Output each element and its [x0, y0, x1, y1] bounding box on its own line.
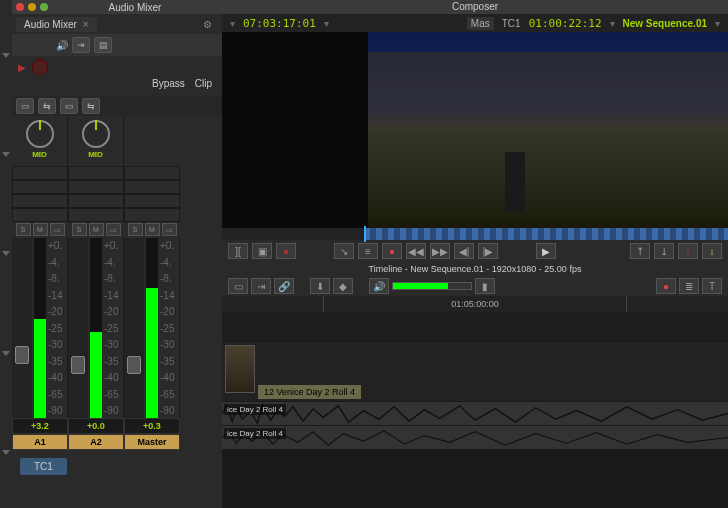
lift-icon[interactable]: ⤓	[654, 243, 674, 259]
insert-slot[interactable]	[124, 166, 180, 180]
step-fwd-icon[interactable]: |▶	[478, 243, 498, 259]
link-icon[interactable]: ⇥	[72, 37, 90, 53]
insert-slot[interactable]	[68, 166, 124, 180]
mode-button[interactable]: ▭	[106, 223, 121, 236]
waveform[interactable]: ice Day 2 Roll 4	[222, 402, 728, 425]
marker-icon[interactable]: ●	[276, 243, 296, 259]
channel-name[interactable]: A1	[12, 434, 68, 450]
close-tab-icon[interactable]: ×	[83, 19, 89, 30]
zoom-icon[interactable]	[40, 3, 48, 11]
effect-arrows-icon[interactable]: ⇆	[82, 98, 100, 114]
mark-in-icon[interactable]: ][	[228, 243, 248, 259]
keyframe-icon[interactable]: ◆	[333, 278, 353, 294]
meter-icon[interactable]: ▮	[475, 278, 495, 294]
effect-arrows-icon[interactable]: ⇆	[38, 98, 56, 114]
record-arrow-icon[interactable]: ▶	[18, 62, 26, 73]
minimize-icon[interactable]	[28, 3, 36, 11]
marker-icon[interactable]: ●	[656, 278, 676, 294]
gear-icon[interactable]: ⚙	[203, 19, 212, 30]
text-tool-icon[interactable]: T	[702, 278, 722, 294]
video-track[interactable]: 12 Venice Day 2 Roll 4	[222, 342, 728, 402]
extract-icon[interactable]: ⤒	[630, 243, 650, 259]
fader-value[interactable]: +0.3	[124, 418, 180, 434]
dropdown-icon[interactable]: ▾	[610, 18, 615, 29]
expand-toggle-icon[interactable]	[2, 152, 10, 157]
channel-name[interactable]: Master	[124, 434, 180, 450]
fader-handle[interactable]	[71, 356, 85, 374]
source-monitor[interactable]	[222, 32, 368, 228]
fader-handle[interactable]	[127, 356, 141, 374]
clip-button[interactable]: Clip	[195, 78, 212, 96]
fader-track[interactable]	[68, 238, 88, 418]
mode-button[interactable]: ▭	[50, 223, 65, 236]
insert-slot[interactable]	[124, 208, 180, 222]
speaker-icon[interactable]: 🔊	[369, 278, 389, 294]
dropdown-icon[interactable]: ▾	[324, 18, 329, 29]
insert-slot[interactable]	[68, 180, 124, 194]
master-label[interactable]: Mas	[467, 17, 494, 30]
speaker-icon[interactable]: 🔊	[56, 40, 68, 51]
link-icon[interactable]: 🔗	[274, 278, 294, 294]
fader-track[interactable]	[124, 238, 144, 418]
playhead-icon[interactable]	[364, 226, 366, 242]
position-bar[interactable]	[222, 228, 728, 240]
timeline-ruler[interactable]: 01:05:00:00	[222, 296, 728, 312]
insert-slot[interactable]	[124, 194, 180, 208]
close-icon[interactable]	[16, 3, 24, 11]
track-filler[interactable]	[222, 312, 728, 342]
mute-button[interactable]: M	[145, 223, 160, 236]
sequence-name[interactable]: New Sequence.01	[623, 18, 707, 29]
fader-handle[interactable]	[15, 346, 29, 364]
view-icon[interactable]: ▤	[94, 37, 112, 53]
effect-slot-icon[interactable]: ▭	[60, 98, 78, 114]
effect-mode-icon[interactable]: ⬇	[310, 278, 330, 294]
insert-slot[interactable]	[68, 194, 124, 208]
dropdown-icon[interactable]: ▾	[230, 18, 235, 29]
segment-mode-icon[interactable]: ▭	[228, 278, 248, 294]
waveform[interactable]: ice Day 2 Roll 4	[222, 426, 728, 449]
list-icon[interactable]: ≡	[358, 243, 378, 259]
rewind-icon[interactable]: ◀◀	[406, 243, 426, 259]
clear-marks-icon[interactable]: ▣	[252, 243, 272, 259]
pan-knob[interactable]	[82, 120, 110, 148]
insert-slot[interactable]	[124, 180, 180, 194]
mute-button[interactable]: M	[89, 223, 104, 236]
insert-slot[interactable]	[68, 208, 124, 222]
record-icon[interactable]: ●	[382, 243, 402, 259]
insert-slot[interactable]	[12, 194, 68, 208]
expand-toggle-icon[interactable]	[2, 53, 10, 58]
solo-button[interactable]: S	[72, 223, 87, 236]
bypass-button[interactable]: Bypass	[152, 78, 185, 96]
expand-toggle-icon[interactable]	[2, 351, 10, 356]
splice-icon[interactable]: ↓	[702, 243, 722, 259]
step-back-icon[interactable]: ◀|	[454, 243, 474, 259]
mute-button[interactable]: M	[33, 223, 48, 236]
record-button[interactable]	[32, 59, 48, 75]
play-icon[interactable]: ▶	[536, 243, 556, 259]
expand-toggle-icon[interactable]	[2, 251, 10, 256]
video-clip-thumb[interactable]	[225, 345, 255, 393]
overwrite-icon[interactable]: ↓	[678, 243, 698, 259]
channel-name[interactable]: A2	[68, 434, 124, 450]
solo-button[interactable]: S	[128, 223, 143, 236]
effect-slot-icon[interactable]: ▭	[16, 98, 34, 114]
fader-value[interactable]: +3.2	[12, 418, 68, 434]
fader-value[interactable]: +0.0	[68, 418, 124, 434]
expand-toggle-icon[interactable]	[2, 450, 10, 455]
record-monitor[interactable]	[368, 32, 728, 228]
mode-button[interactable]: ▭	[162, 223, 177, 236]
go-start-icon[interactable]: ↘	[334, 243, 354, 259]
pan-knob[interactable]	[26, 120, 54, 148]
solo-button[interactable]: S	[16, 223, 31, 236]
forward-icon[interactable]: ▶▶	[430, 243, 450, 259]
audio-track-2[interactable]: ice Day 2 Roll 4	[222, 426, 728, 450]
tc-track-chip[interactable]: TC1	[20, 458, 67, 475]
volume-slider[interactable]	[392, 282, 472, 290]
insert-slot[interactable]	[12, 166, 68, 180]
insert-slot[interactable]	[12, 180, 68, 194]
view-menu-icon[interactable]: ≣	[679, 278, 699, 294]
fader-track[interactable]	[12, 238, 32, 418]
video-clip-label[interactable]: 12 Venice Day 2 Roll 4	[258, 385, 361, 399]
tab-audio-mixer[interactable]: Audio Mixer ×	[16, 17, 97, 32]
audio-track-1[interactable]: ice Day 2 Roll 4	[222, 402, 728, 426]
